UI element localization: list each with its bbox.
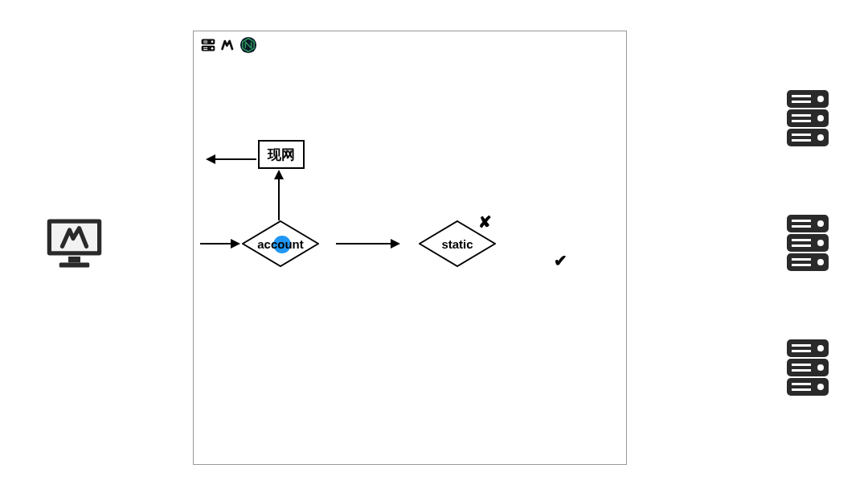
- account-decision-node: account: [242, 220, 319, 267]
- svg-rect-29: [792, 344, 811, 347]
- svg-rect-37: [792, 383, 811, 385]
- svg-point-19: [817, 220, 824, 227]
- svg-rect-13: [792, 134, 811, 136]
- svg-rect-9: [792, 114, 811, 117]
- svg-rect-2: [68, 257, 80, 263]
- svg-rect-25: [792, 258, 811, 261]
- svg-rect-5: [792, 95, 811, 97]
- svg-point-35: [817, 364, 824, 371]
- svg-point-23: [817, 240, 824, 246]
- svg-point-39: [817, 384, 824, 390]
- svg-rect-26: [792, 264, 811, 266]
- svg-point-41: [211, 41, 214, 43]
- svg-rect-3: [59, 263, 90, 268]
- server-icon: [784, 213, 832, 273]
- svg-rect-33: [792, 364, 811, 366]
- svg-point-45: [211, 47, 214, 50]
- svg-rect-30: [792, 350, 811, 352]
- arrow-live-out: [206, 154, 256, 164]
- svg-rect-17: [792, 220, 811, 222]
- frame-corner-icons: [199, 36, 257, 54]
- server-icon: [784, 338, 832, 398]
- static-decision-node: static: [419, 220, 496, 267]
- svg-point-31: [817, 345, 824, 351]
- server-icon: [784, 88, 832, 149]
- svg-rect-21: [792, 239, 811, 241]
- arrow-into-account: [200, 239, 240, 249]
- static-label: static: [441, 237, 473, 251]
- live-net-node: 现网: [258, 140, 305, 169]
- svg-rect-38: [792, 388, 811, 391]
- n-hex-icon: [240, 36, 257, 54]
- svg-rect-18: [792, 225, 811, 228]
- svg-point-11: [817, 115, 824, 121]
- svg-rect-22: [792, 244, 811, 247]
- ok-check-icon: ✔: [554, 251, 567, 270]
- live-net-label: 现网: [268, 146, 295, 164]
- svg-rect-14: [792, 139, 811, 142]
- server-environment-frame: 现网 account ✘ static ✔: [193, 31, 627, 465]
- svg-rect-10: [792, 120, 811, 122]
- server-small-icon: [199, 36, 217, 54]
- svg-point-7: [817, 96, 824, 102]
- svg-rect-42: [203, 41, 207, 42]
- svg-rect-47: [203, 49, 207, 50]
- svg-rect-34: [792, 369, 811, 372]
- arrow-account-to-live: [274, 170, 284, 220]
- svg-point-15: [817, 134, 824, 141]
- svg-point-27: [817, 259, 824, 265]
- svg-rect-6: [792, 101, 811, 103]
- account-label: account: [257, 237, 304, 251]
- svg-rect-43: [203, 43, 207, 43]
- arrow-account-to-static: [336, 239, 400, 249]
- w-small-icon: [219, 36, 237, 54]
- svg-rect-46: [203, 47, 207, 48]
- client-monitor-icon: [44, 213, 104, 273]
